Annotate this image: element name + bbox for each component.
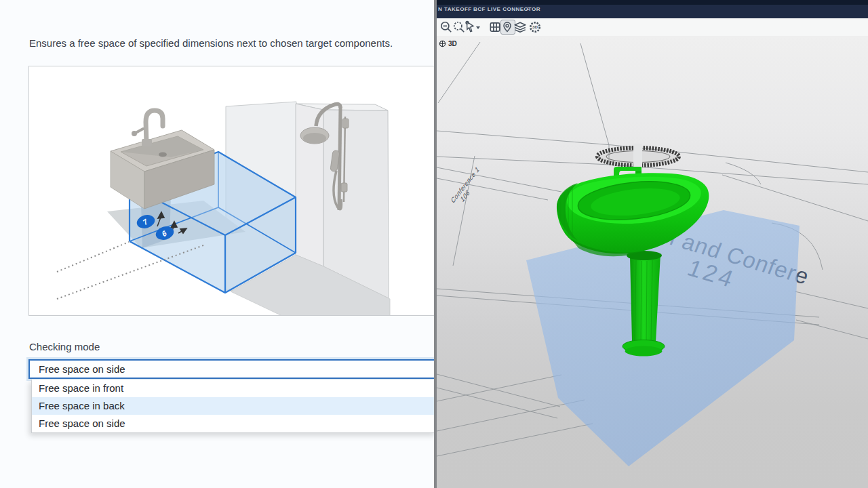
viewport-3d[interactable]: Conference 1 106 n and Confere 124	[437, 36, 868, 488]
section-box-button[interactable]	[488, 20, 502, 34]
layers-button[interactable]	[513, 20, 527, 34]
zoom-out-icon	[439, 20, 453, 34]
rule-illustration-image: 7 6	[28, 66, 434, 315]
settings-3d-gear-icon: 3D	[528, 20, 542, 34]
tab-bcf-live-connector[interactable]: BCF LIVE CONNECTOR	[473, 6, 540, 12]
tab-takeoff[interactable]: N TAKEOFF	[438, 6, 472, 12]
location-pin-icon	[501, 20, 513, 34]
viewer-toolbar: 3D	[437, 18, 868, 37]
checking-mode-label: Checking mode	[29, 341, 100, 352]
pick-tool-dropdown[interactable]	[475, 20, 481, 34]
viewer-navbar: N TAKEOFF BCF LIVE CONNECTOR +	[437, 0, 868, 18]
view-mode-chip[interactable]: 3D	[439, 40, 457, 47]
chevron-down-icon	[475, 20, 481, 34]
rule-settings-pane: Ensures a free space of specified dimens…	[0, 0, 434, 488]
gear-3d-label: 3D	[532, 24, 538, 29]
axis-globe-icon	[439, 40, 446, 47]
model-overlay	[437, 36, 868, 488]
option-free-space-in-front[interactable]: Free space in front	[32, 380, 434, 397]
option-free-space-on-side[interactable]: Free space on side	[32, 415, 434, 432]
option-free-space-in-back[interactable]: Free space in back	[32, 397, 434, 415]
view-chip-label: 3D	[448, 40, 457, 47]
checking-mode-dropdown: Free space in front Free space in back F…	[31, 380, 434, 433]
checking-mode-select[interactable]: Free space on side	[28, 359, 434, 379]
bim-viewer-pane: N TAKEOFF BCF LIVE CONNECTOR +	[437, 0, 868, 488]
free-space-volume[interactable]	[526, 210, 800, 466]
tab-add[interactable]: +	[526, 6, 530, 12]
section-box-icon	[488, 20, 502, 34]
zoom-out-button[interactable]	[439, 20, 453, 34]
layers-icon	[513, 20, 527, 34]
settings-3d-button[interactable]: 3D	[528, 20, 542, 34]
navbar-top-strip	[437, 0, 868, 5]
rule-description: Ensures a free space of specified dimens…	[29, 37, 429, 49]
